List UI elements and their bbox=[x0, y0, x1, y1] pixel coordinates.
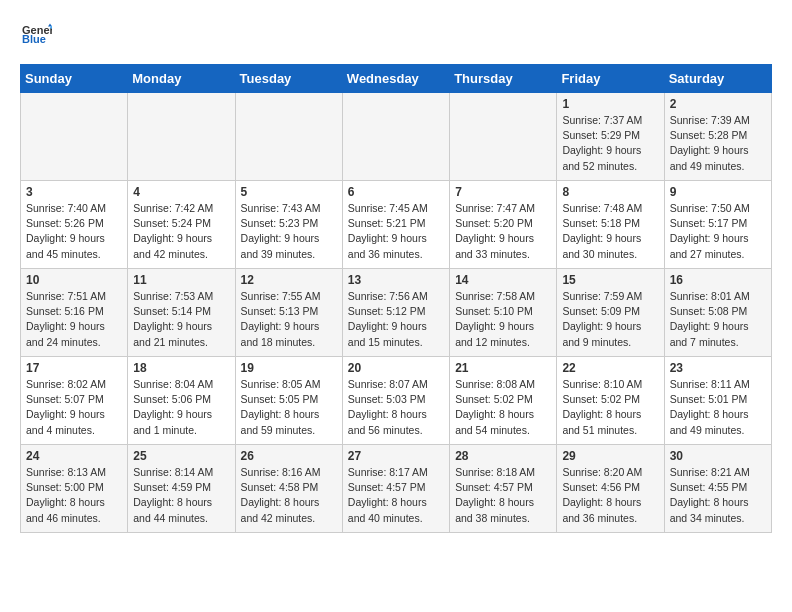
day-number: 3 bbox=[26, 185, 122, 199]
calendar-cell: 10Sunrise: 7:51 AMSunset: 5:16 PMDayligh… bbox=[21, 269, 128, 357]
day-number: 29 bbox=[562, 449, 658, 463]
calendar-cell: 4Sunrise: 7:42 AMSunset: 5:24 PMDaylight… bbox=[128, 181, 235, 269]
day-info: Sunrise: 8:07 AMSunset: 5:03 PMDaylight:… bbox=[348, 377, 444, 438]
day-info: Sunrise: 7:58 AMSunset: 5:10 PMDaylight:… bbox=[455, 289, 551, 350]
calendar-cell: 15Sunrise: 7:59 AMSunset: 5:09 PMDayligh… bbox=[557, 269, 664, 357]
day-info: Sunrise: 7:37 AMSunset: 5:29 PMDaylight:… bbox=[562, 113, 658, 174]
day-info: Sunrise: 8:17 AMSunset: 4:57 PMDaylight:… bbox=[348, 465, 444, 526]
day-number: 5 bbox=[241, 185, 337, 199]
calendar-cell: 7Sunrise: 7:47 AMSunset: 5:20 PMDaylight… bbox=[450, 181, 557, 269]
day-number: 7 bbox=[455, 185, 551, 199]
calendar-cell: 30Sunrise: 8:21 AMSunset: 4:55 PMDayligh… bbox=[664, 445, 771, 533]
day-number: 9 bbox=[670, 185, 766, 199]
day-info: Sunrise: 7:51 AMSunset: 5:16 PMDaylight:… bbox=[26, 289, 122, 350]
day-info: Sunrise: 8:11 AMSunset: 5:01 PMDaylight:… bbox=[670, 377, 766, 438]
calendar-cell: 29Sunrise: 8:20 AMSunset: 4:56 PMDayligh… bbox=[557, 445, 664, 533]
day-info: Sunrise: 8:05 AMSunset: 5:05 PMDaylight:… bbox=[241, 377, 337, 438]
day-number: 13 bbox=[348, 273, 444, 287]
day-number: 26 bbox=[241, 449, 337, 463]
day-number: 4 bbox=[133, 185, 229, 199]
calendar-cell: 6Sunrise: 7:45 AMSunset: 5:21 PMDaylight… bbox=[342, 181, 449, 269]
day-info: Sunrise: 7:39 AMSunset: 5:28 PMDaylight:… bbox=[670, 113, 766, 174]
day-info: Sunrise: 8:14 AMSunset: 4:59 PMDaylight:… bbox=[133, 465, 229, 526]
day-number: 10 bbox=[26, 273, 122, 287]
day-number: 16 bbox=[670, 273, 766, 287]
calendar-cell: 8Sunrise: 7:48 AMSunset: 5:18 PMDaylight… bbox=[557, 181, 664, 269]
day-info: Sunrise: 7:59 AMSunset: 5:09 PMDaylight:… bbox=[562, 289, 658, 350]
day-info: Sunrise: 7:56 AMSunset: 5:12 PMDaylight:… bbox=[348, 289, 444, 350]
calendar-cell: 11Sunrise: 7:53 AMSunset: 5:14 PMDayligh… bbox=[128, 269, 235, 357]
calendar-table: SundayMondayTuesdayWednesdayThursdayFrid… bbox=[20, 64, 772, 533]
calendar-cell: 12Sunrise: 7:55 AMSunset: 5:13 PMDayligh… bbox=[235, 269, 342, 357]
day-number: 27 bbox=[348, 449, 444, 463]
day-info: Sunrise: 8:01 AMSunset: 5:08 PMDaylight:… bbox=[670, 289, 766, 350]
calendar-cell: 17Sunrise: 8:02 AMSunset: 5:07 PMDayligh… bbox=[21, 357, 128, 445]
day-info: Sunrise: 8:21 AMSunset: 4:55 PMDaylight:… bbox=[670, 465, 766, 526]
day-number: 21 bbox=[455, 361, 551, 375]
day-number: 17 bbox=[26, 361, 122, 375]
calendar-cell: 21Sunrise: 8:08 AMSunset: 5:02 PMDayligh… bbox=[450, 357, 557, 445]
calendar-cell: 13Sunrise: 7:56 AMSunset: 5:12 PMDayligh… bbox=[342, 269, 449, 357]
page-header: General Blue bbox=[20, 20, 772, 54]
calendar-cell: 2Sunrise: 7:39 AMSunset: 5:28 PMDaylight… bbox=[664, 93, 771, 181]
weekday-header: Sunday bbox=[21, 65, 128, 93]
calendar-week-row: 10Sunrise: 7:51 AMSunset: 5:16 PMDayligh… bbox=[21, 269, 772, 357]
calendar-cell bbox=[450, 93, 557, 181]
weekday-header: Friday bbox=[557, 65, 664, 93]
day-info: Sunrise: 7:48 AMSunset: 5:18 PMDaylight:… bbox=[562, 201, 658, 262]
day-number: 14 bbox=[455, 273, 551, 287]
day-number: 12 bbox=[241, 273, 337, 287]
calendar-cell: 27Sunrise: 8:17 AMSunset: 4:57 PMDayligh… bbox=[342, 445, 449, 533]
calendar-cell: 19Sunrise: 8:05 AMSunset: 5:05 PMDayligh… bbox=[235, 357, 342, 445]
day-number: 24 bbox=[26, 449, 122, 463]
day-info: Sunrise: 7:45 AMSunset: 5:21 PMDaylight:… bbox=[348, 201, 444, 262]
calendar-cell: 18Sunrise: 8:04 AMSunset: 5:06 PMDayligh… bbox=[128, 357, 235, 445]
calendar-cell: 24Sunrise: 8:13 AMSunset: 5:00 PMDayligh… bbox=[21, 445, 128, 533]
day-info: Sunrise: 8:20 AMSunset: 4:56 PMDaylight:… bbox=[562, 465, 658, 526]
day-number: 30 bbox=[670, 449, 766, 463]
day-number: 11 bbox=[133, 273, 229, 287]
calendar-cell: 25Sunrise: 8:14 AMSunset: 4:59 PMDayligh… bbox=[128, 445, 235, 533]
day-info: Sunrise: 8:08 AMSunset: 5:02 PMDaylight:… bbox=[455, 377, 551, 438]
calendar-cell: 20Sunrise: 8:07 AMSunset: 5:03 PMDayligh… bbox=[342, 357, 449, 445]
day-number: 19 bbox=[241, 361, 337, 375]
calendar-cell: 1Sunrise: 7:37 AMSunset: 5:29 PMDaylight… bbox=[557, 93, 664, 181]
calendar-cell: 14Sunrise: 7:58 AMSunset: 5:10 PMDayligh… bbox=[450, 269, 557, 357]
svg-text:Blue: Blue bbox=[22, 33, 46, 45]
day-number: 25 bbox=[133, 449, 229, 463]
day-number: 8 bbox=[562, 185, 658, 199]
day-info: Sunrise: 8:13 AMSunset: 5:00 PMDaylight:… bbox=[26, 465, 122, 526]
day-info: Sunrise: 7:42 AMSunset: 5:24 PMDaylight:… bbox=[133, 201, 229, 262]
logo-icon: General Blue bbox=[22, 20, 52, 50]
calendar-cell: 26Sunrise: 8:16 AMSunset: 4:58 PMDayligh… bbox=[235, 445, 342, 533]
calendar-cell: 3Sunrise: 7:40 AMSunset: 5:26 PMDaylight… bbox=[21, 181, 128, 269]
calendar-cell bbox=[235, 93, 342, 181]
day-number: 6 bbox=[348, 185, 444, 199]
calendar-cell: 28Sunrise: 8:18 AMSunset: 4:57 PMDayligh… bbox=[450, 445, 557, 533]
day-number: 28 bbox=[455, 449, 551, 463]
calendar-cell bbox=[128, 93, 235, 181]
calendar-cell bbox=[342, 93, 449, 181]
day-info: Sunrise: 7:40 AMSunset: 5:26 PMDaylight:… bbox=[26, 201, 122, 262]
calendar-week-row: 3Sunrise: 7:40 AMSunset: 5:26 PMDaylight… bbox=[21, 181, 772, 269]
weekday-header: Saturday bbox=[664, 65, 771, 93]
day-number: 20 bbox=[348, 361, 444, 375]
weekday-header: Monday bbox=[128, 65, 235, 93]
day-number: 23 bbox=[670, 361, 766, 375]
day-info: Sunrise: 7:55 AMSunset: 5:13 PMDaylight:… bbox=[241, 289, 337, 350]
day-info: Sunrise: 8:18 AMSunset: 4:57 PMDaylight:… bbox=[455, 465, 551, 526]
day-number: 1 bbox=[562, 97, 658, 111]
weekday-header: Wednesday bbox=[342, 65, 449, 93]
weekday-header: Thursday bbox=[450, 65, 557, 93]
day-info: Sunrise: 7:53 AMSunset: 5:14 PMDaylight:… bbox=[133, 289, 229, 350]
day-info: Sunrise: 7:50 AMSunset: 5:17 PMDaylight:… bbox=[670, 201, 766, 262]
weekday-header: Tuesday bbox=[235, 65, 342, 93]
calendar-week-row: 24Sunrise: 8:13 AMSunset: 5:00 PMDayligh… bbox=[21, 445, 772, 533]
calendar-week-row: 1Sunrise: 7:37 AMSunset: 5:29 PMDaylight… bbox=[21, 93, 772, 181]
calendar-cell: 9Sunrise: 7:50 AMSunset: 5:17 PMDaylight… bbox=[664, 181, 771, 269]
day-info: Sunrise: 8:04 AMSunset: 5:06 PMDaylight:… bbox=[133, 377, 229, 438]
day-number: 15 bbox=[562, 273, 658, 287]
day-number: 18 bbox=[133, 361, 229, 375]
calendar-cell: 5Sunrise: 7:43 AMSunset: 5:23 PMDaylight… bbox=[235, 181, 342, 269]
calendar-cell: 23Sunrise: 8:11 AMSunset: 5:01 PMDayligh… bbox=[664, 357, 771, 445]
